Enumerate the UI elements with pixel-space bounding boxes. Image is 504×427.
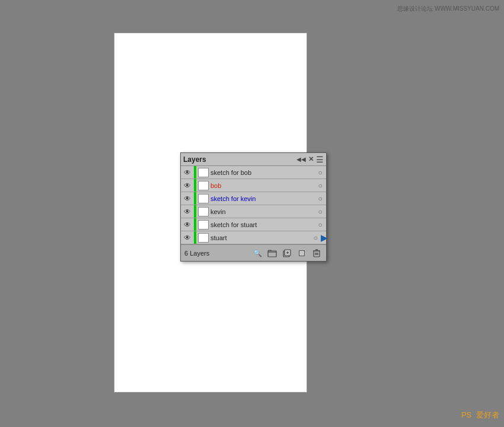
folder-icon [267,249,277,257]
ps-logo: PS 爱好者 [461,406,499,422]
watermark-line1: 思缘设计论坛 WWW.MISSYUAN.COM [397,5,499,13]
add-layer-button[interactable] [281,248,293,259]
layer-thumbnail [198,220,209,230]
layer-thumbnail [198,168,209,177]
layer-row[interactable]: 👁 bob ○ [181,179,326,192]
panel-controls: ◀◀ ✕ ☰ [296,155,324,164]
new-group-button[interactable] [266,248,278,259]
layer-color-indicator [194,179,196,192]
layer-link-icon: ○ [314,181,326,190]
layer-name: sketch for bob [210,169,314,176]
attach-icon [298,249,306,257]
scroll-indicator: ▶ [321,233,326,243]
layer-thumbnail [198,207,209,216]
layer-visibility-toggle[interactable]: 👁 [181,195,194,203]
layer-thumbnail [198,194,209,203]
panel-titlebar: Layers ◀◀ ✕ ☰ [181,153,326,166]
layer-row[interactable]: 👁 sketch for stuart ○ [181,218,326,231]
panel-toolbar: 🔍 [251,248,323,259]
panel-bottom-bar: 6 Layers 🔍 [181,244,326,261]
delete-icon [313,249,320,257]
layer-visibility-toggle[interactable]: 👁 [181,221,194,229]
ps-logo-text: PS [461,410,471,419]
panel-collapse-icon[interactable]: ◀◀ [296,156,306,162]
layer-link-icon: ○ [314,168,326,177]
panel-menu-icon[interactable]: ☰ [316,155,324,164]
layer-row[interactable]: 👁 kevin ○ [181,205,326,218]
panel-title: Layers [183,155,206,164]
layer-link-icon: ○ [314,195,326,203]
layer-count-label: 6 Layers [184,250,209,257]
svg-rect-6 [299,251,304,256]
layers-panel: Layers ◀◀ ✕ ☰ 👁 sketch for bob ○ 👁 bob ○… [180,152,327,262]
layer-visibility-toggle[interactable]: 👁 [181,208,194,216]
layer-name: sketch for stuart [210,221,314,228]
delete-button[interactable] [311,248,323,259]
layer-row[interactable]: 👁 stuart ○ ▶ [181,231,326,244]
layer-visibility-toggle[interactable]: 👁 [181,181,194,190]
layer-link-icon: ○ [310,234,321,242]
layer-visibility-toggle[interactable]: 👁 [181,168,194,177]
layer-link-icon: ○ [314,208,326,216]
ps-logo-subtitle: 爱好者 [476,410,499,419]
layer-row[interactable]: 👁 sketch for bob ○ [181,166,326,179]
layer-color-indicator [194,218,196,231]
panel-title-area: Layers [183,155,206,164]
layer-visibility-toggle[interactable]: 👁 [181,234,194,242]
layer-row[interactable]: 👁 sketch for kevin ○ [181,192,326,205]
search-button[interactable]: 🔍 [251,248,263,259]
layer-color-indicator [194,231,196,244]
layer-name: kevin [210,208,314,215]
layer-color-indicator [194,166,196,179]
layer-thumbnail [198,233,209,243]
layer-name: sketch for kevin [210,195,314,202]
panel-close-icon[interactable]: ✕ [308,155,314,163]
layers-list: 👁 sketch for bob ○ 👁 bob ○ 👁 sketch for … [181,166,326,244]
layer-link-icon: ○ [314,221,326,229]
layer-name: stuart [210,234,310,241]
add-layer-icon [283,249,291,257]
layer-name: bob [210,182,314,189]
layer-color-indicator [194,205,196,218]
watermark: 思缘设计论坛 WWW.MISSYUAN.COM [397,5,499,13]
layer-thumbnail [198,181,209,190]
layer-color-indicator [194,192,196,205]
attach-button[interactable] [296,248,308,259]
